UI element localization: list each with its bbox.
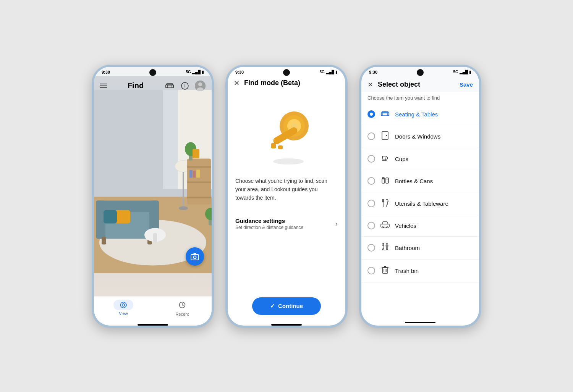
nav-view[interactable]: View [94, 300, 153, 316]
svg-rect-56 [382, 111, 388, 113]
close-button-2[interactable]: ✕ [234, 79, 240, 87]
trash-icon [380, 266, 390, 276]
status-icons-1: 5G ▂▄█ ▮ [186, 70, 204, 74]
svg-rect-17 [153, 233, 157, 242]
svg-line-74 [383, 248, 384, 250]
info-icon-btn[interactable]: i [180, 81, 190, 91]
continue-label: Continue [278, 303, 303, 309]
camera-fab[interactable] [186, 247, 204, 266]
home-indicator-2 [271, 324, 302, 326]
radio-seating [367, 110, 375, 118]
svg-point-68 [382, 227, 384, 228]
svg-rect-21 [187, 166, 211, 168]
modal-description: Choose what you're trying to find, scan … [234, 174, 339, 211]
guidance-settings-row[interactable]: Guidance settings Set direction & distan… [234, 211, 339, 236]
signal-bars-2: ▂▄█ [326, 70, 334, 74]
signal-label-2: 5G [319, 70, 324, 74]
recent-icon-container [172, 300, 192, 311]
svg-rect-35 [167, 84, 173, 85]
svg-text:i: i [185, 84, 185, 88]
chevron-right-icon: › [335, 220, 338, 228]
bathroom-label: Bathroom [395, 245, 420, 251]
select-header-left: ✕ Select object [367, 81, 420, 89]
list-item-utensils[interactable]: Utensils & Tableware [361, 192, 479, 215]
signal-bars-1: ▂▄█ [192, 70, 201, 74]
doors-icon [380, 131, 390, 142]
list-item-bathroom[interactable]: Bathroom [361, 237, 479, 260]
radio-vehicles [367, 222, 375, 229]
select-title: Select object [378, 81, 420, 89]
svg-rect-10 [104, 210, 117, 223]
svg-rect-11 [102, 237, 106, 244]
status-icons-2: 5G ▂▄█ ▮ [319, 70, 338, 74]
sofa-icon-btn[interactable] [164, 81, 175, 91]
choose-label: Choose the item you want to find [361, 92, 479, 102]
signal-label-3: 5G [453, 70, 458, 74]
svg-line-76 [386, 248, 387, 250]
svg-rect-62 [382, 177, 384, 179]
list-item-vehicles[interactable]: Vehicles [361, 215, 479, 237]
save-button[interactable]: Save [460, 81, 473, 88]
list-item-bottles[interactable]: Bottles & Cans [361, 170, 479, 192]
status-bar-2: 9:30 5G ▂▄█ ▮ [228, 67, 345, 76]
svg-point-52 [273, 158, 304, 165]
svg-rect-27 [193, 171, 196, 177]
modal-header-2: ✕ Find mode (Beta) [234, 76, 339, 94]
bathroom-icon [380, 243, 390, 253]
list-item-cups[interactable]: Cups [361, 148, 479, 170]
radio-trash [367, 267, 375, 274]
svg-rect-51 [278, 145, 283, 149]
phone-1: 9:30 5G ▂▄█ ▮ [92, 65, 214, 328]
svg-point-58 [386, 135, 387, 136]
user-avatar[interactable] [195, 81, 206, 91]
time-3: 9:30 [369, 70, 377, 74]
svg-rect-63 [386, 178, 388, 183]
home-indicator-1 [138, 324, 168, 326]
utensils-icon [380, 198, 390, 209]
svg-point-42 [194, 256, 196, 258]
key-illustration [234, 94, 339, 174]
time-1: 9:30 [102, 70, 110, 74]
radio-bathroom [367, 244, 375, 252]
continue-button[interactable]: ✓ Continue [252, 297, 321, 315]
nav-recent[interactable]: Recent [153, 300, 212, 316]
utensils-label: Utensils & Tableware [395, 200, 448, 207]
hamburger-menu[interactable] [100, 84, 107, 88]
bottom-nav: View Recent [94, 296, 212, 323]
status-icons-3: 5G ▂▄█ ▮ [453, 70, 471, 74]
checkmark-icon: ✓ [270, 303, 275, 310]
object-list: Seating & Tables Doors & Windows [361, 104, 479, 319]
camera-view: Find [94, 67, 212, 296]
list-item-trash[interactable]: Trash bin [361, 260, 479, 282]
list-item-doors[interactable]: Doors & Windows [361, 125, 479, 148]
status-bar-1: 9:30 5G ▂▄█ ▮ [94, 67, 212, 76]
radio-doors [367, 132, 375, 140]
bottles-label: Bottles & Cans [395, 178, 433, 184]
camera-notch-3 [417, 69, 424, 76]
view-icon-bg [113, 300, 133, 310]
svg-rect-26 [189, 170, 193, 177]
guidance-subtitle: Set direction & distance guidance [235, 225, 303, 230]
screen-2: ✕ Find mode (Beta) [228, 76, 345, 326]
radio-cups [367, 155, 375, 163]
svg-line-73 [382, 248, 383, 250]
app-title-1: Find [128, 81, 144, 90]
svg-rect-29 [193, 149, 199, 158]
svg-rect-61 [382, 179, 385, 183]
signal-label-1: 5G [186, 70, 191, 74]
screen-1: Find [94, 67, 212, 326]
close-button-3[interactable]: ✕ [367, 81, 373, 89]
seating-label: Seating & Tables [395, 111, 438, 118]
svg-rect-9 [115, 210, 130, 223]
svg-rect-22 [187, 181, 211, 183]
camera-notch-1 [149, 69, 156, 76]
vehicles-label: Vehicles [395, 223, 416, 229]
battery-2: ▮ [335, 70, 338, 74]
app-bar-icons: i [164, 81, 206, 91]
guidance-title: Guidance settings [235, 218, 303, 224]
radio-utensils [367, 200, 375, 207]
list-item-seating[interactable]: Seating & Tables [361, 104, 479, 125]
recent-label: Recent [176, 312, 189, 316]
svg-rect-23 [187, 197, 211, 198]
svg-point-43 [122, 303, 125, 306]
